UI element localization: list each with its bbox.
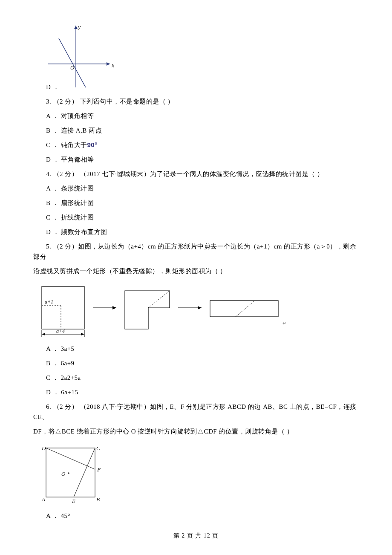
q6-A: A: [41, 496, 45, 503]
q6-D: D: [41, 445, 46, 451]
svg-line-19: [236, 301, 255, 317]
q4-stem: 4. （2 分） （2017 七下·郾城期末）为了记录一个病人的体温变化情况，应…: [33, 169, 359, 179]
q5-option-c: C ． 2a2+5a: [33, 373, 359, 383]
q5-label-a4: a+4: [56, 328, 65, 334]
q5-option-d: D ． 6a+15: [33, 387, 359, 397]
svg-marker-14: [112, 306, 116, 309]
document-page: x y O D ． 3. （2 分） 下列语句中，不是命题的是（ ） A ． 对…: [0, 0, 392, 553]
q4-option-b: B ． 扇形统计图: [33, 198, 359, 208]
svg-line-22: [74, 448, 95, 497]
q4-option-c: C ． 折线统计图: [33, 212, 359, 223]
svg-marker-17: [198, 306, 202, 309]
q6-figure: D C A B E F O: [37, 442, 359, 506]
q6-F: F: [97, 466, 101, 473]
q5-stem-line2: 沿虚线又剪拼成一个矩形（不重叠无缝隙），则矩形的面积为（ ）: [33, 266, 359, 276]
q6-stem-line2: DF，将△BCE 绕着正方形的中心 O 按逆时针方向旋转到△CDF 的位置，则旋…: [33, 426, 359, 436]
q4-option-d: D ． 频数分布直方图: [33, 227, 359, 237]
q3-option-c: C ． 钝角大于90°: [33, 140, 359, 150]
q3-c-degree: 90°: [87, 141, 98, 148]
svg-line-4: [59, 38, 86, 87]
q6-stem-line1: 6. （2 分） （2018 八下·宁远期中）如图，E、F 分别是正方形 ABC…: [33, 402, 359, 422]
svg-rect-18: [210, 301, 278, 317]
q3-option-b: B ． 连接 A,B 两点: [33, 125, 359, 136]
q4-option-a: A ． 条形统计图: [33, 183, 359, 194]
svg-marker-3: [74, 26, 78, 29]
q3-stem: 3. （2 分） 下列语句中，不是命题的是（ ）: [33, 96, 359, 107]
svg-line-23: [46, 448, 95, 469]
svg-marker-10: [81, 333, 84, 335]
q6-O: O: [61, 471, 66, 477]
coordinate-graph-d: x y O: [44, 21, 116, 90]
q6-C: C: [96, 445, 100, 451]
q6-B: B: [96, 496, 100, 503]
q3-option-d: D ． 平角都相等: [33, 154, 359, 165]
q5-figure: a+1 a+4 ↵: [37, 282, 359, 338]
q5-option-a: A ． 3a+5: [33, 344, 359, 354]
svg-line-15: [148, 291, 170, 308]
q5-stem-line1: 5. （2 分）如图，从边长为（a+4）cm 的正方形纸片中剪去一个边长为（a+…: [33, 241, 359, 262]
svg-point-24: [68, 472, 69, 474]
svg-rect-21: [46, 448, 95, 497]
q3-c-prefix: C ． 钝角大于: [46, 142, 87, 148]
q2-option-d-row: x y O: [33, 21, 359, 90]
origin-label: O: [70, 64, 75, 71]
svg-text:↵: ↵: [282, 321, 286, 326]
svg-marker-9: [42, 333, 45, 335]
q5-label-a1: a+1: [45, 299, 53, 305]
svg-marker-1: [107, 62, 110, 66]
page-footer: 第 2 页 共 12 页: [33, 531, 359, 541]
q6-option-a: A ． 45°: [33, 511, 359, 521]
svg-rect-5: [42, 286, 84, 329]
q3-option-a: A ． 对顶角相等: [33, 111, 359, 121]
x-axis-label: x: [111, 62, 115, 69]
q5-option-b: B ． 6a+9: [33, 358, 359, 368]
y-axis-label: y: [77, 24, 81, 30]
q6-E: E: [72, 498, 75, 504]
